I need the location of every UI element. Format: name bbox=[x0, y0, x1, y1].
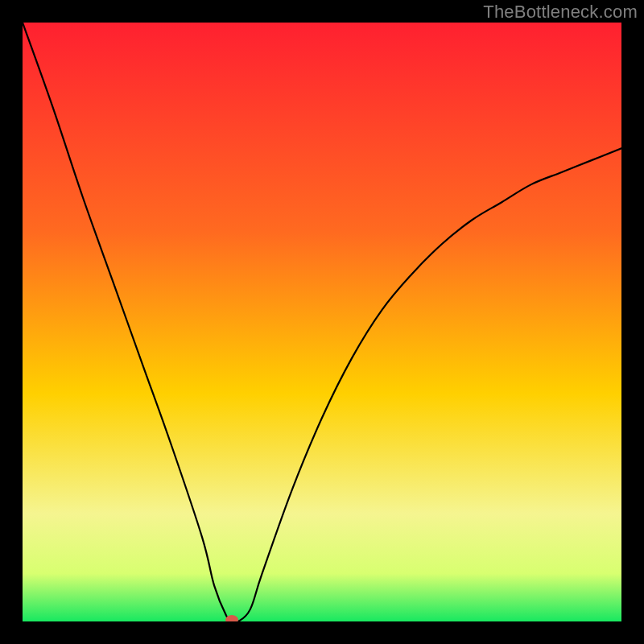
bottleneck-curve bbox=[23, 23, 621, 621]
chart-frame: TheBottleneck.com bbox=[0, 0, 644, 644]
vertex-dot bbox=[225, 615, 238, 621]
curve-layer bbox=[23, 23, 621, 621]
watermark-text: TheBottleneck.com bbox=[483, 2, 638, 23]
plot-area bbox=[23, 23, 621, 621]
